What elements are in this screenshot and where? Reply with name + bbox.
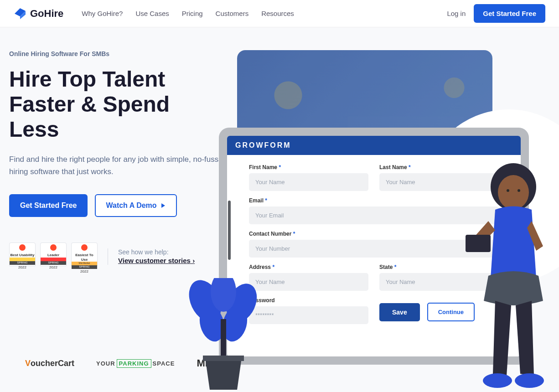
first-name-label: First Name * — [249, 164, 368, 170]
tablet-scrollbar[interactable] — [228, 201, 231, 260]
contact-label: Contact Number * — [249, 231, 499, 237]
plant-illustration — [178, 278, 269, 392]
svg-point-5 — [483, 373, 512, 388]
svg-point-6 — [515, 373, 544, 388]
svg-point-1 — [498, 175, 529, 210]
svg-point-3 — [518, 189, 520, 192]
email-label: Email * — [249, 197, 499, 204]
nav-use-cases[interactable]: Use Cases — [135, 10, 169, 17]
award-badges: Best UsabilitySPRING2022 LeaderSPRING202… — [9, 242, 98, 271]
login-link[interactable]: Log in — [447, 10, 466, 17]
form-brand: GROWFORM — [227, 136, 521, 155]
customer-stories-link[interactable]: View customer stories › — [118, 257, 195, 264]
address-label: Address * — [249, 264, 368, 270]
social-proof-label: See how we help: — [118, 248, 195, 256]
logo-vouchercart: VoucherCart — [25, 359, 74, 368]
svg-rect-13 — [203, 356, 244, 361]
hero-eyebrow: Online Hiring Software For SMBs — [9, 50, 219, 57]
first-name-input[interactable] — [249, 173, 368, 191]
email-input[interactable] — [249, 206, 499, 224]
watch-demo-label: Watch A Demo — [106, 201, 156, 210]
header-actions: Log in Get Started Free — [447, 4, 545, 23]
hero-title: Hire Top Talent Faster & Spend Less — [9, 67, 219, 142]
hero-cta-row: Get Started Free Watch A Demo — [9, 194, 219, 217]
svg-rect-12 — [221, 319, 226, 360]
save-button[interactable]: Save — [379, 303, 420, 321]
get-started-button[interactable]: Get Started Free — [9, 194, 88, 217]
social-proof: Best UsabilitySPRING2022 LeaderSPRING202… — [9, 242, 219, 271]
watch-demo-button[interactable]: Watch A Demo — [95, 194, 176, 217]
badge-easiest: Easiest To UseMid-MarketSPRING2022 — [71, 242, 98, 271]
site-header: GoHire Why GoHire? Use Cases Pricing Cus… — [0, 0, 559, 27]
contact-input[interactable] — [249, 240, 499, 258]
nav-why[interactable]: Why GoHire? — [82, 10, 123, 17]
badge-leader: LeaderSPRING2022 — [40, 242, 67, 271]
badge-usability: Best UsabilitySPRING2022 — [9, 242, 36, 271]
header-cta-button[interactable]: Get Started Free — [474, 4, 545, 23]
logo[interactable]: GoHire — [14, 7, 63, 20]
main-nav: Why GoHire? Use Cases Pricing Customers … — [82, 10, 294, 17]
play-icon — [160, 203, 166, 208]
svg-rect-4 — [466, 235, 491, 252]
logo-yourparkingspace: YOURPARKINGSPACE — [96, 360, 175, 367]
nav-customers[interactable]: Customers — [216, 10, 249, 17]
hero-subtitle: Find and hire the right people for any j… — [9, 153, 219, 178]
nav-pricing[interactable]: Pricing — [182, 10, 203, 17]
nav-resources[interactable]: Resources — [261, 10, 294, 17]
logo-text: GoHire — [30, 8, 63, 20]
svg-point-2 — [507, 189, 509, 192]
logo-icon — [14, 7, 26, 20]
person-illustration — [463, 160, 559, 392]
